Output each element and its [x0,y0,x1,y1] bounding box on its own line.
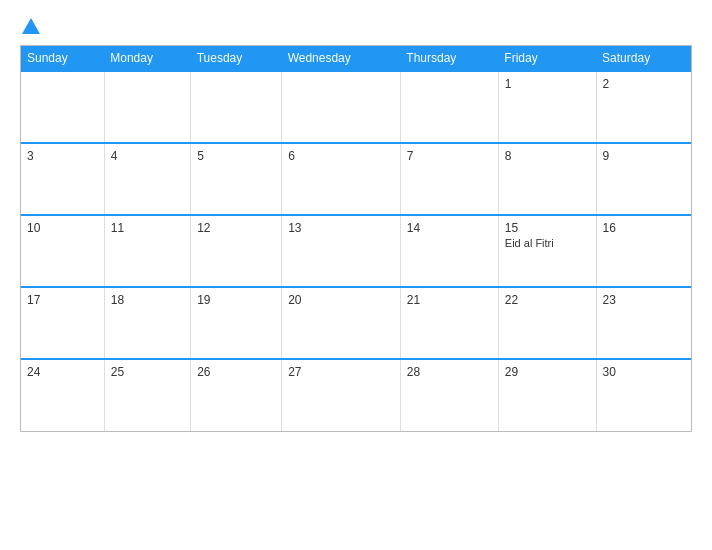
logo-triangle-icon [22,18,40,34]
day-cell [104,71,190,143]
day-cell: 13 [282,215,401,287]
day-number: 14 [407,221,492,235]
day-number: 17 [27,293,98,307]
day-number: 29 [505,365,590,379]
day-number: 9 [603,149,685,163]
day-cell: 18 [104,287,190,359]
day-cell [21,71,104,143]
day-number: 18 [111,293,184,307]
header-thursday: Thursday [400,46,498,71]
day-cell [282,71,401,143]
calendar-container: Sunday Monday Tuesday Wednesday Thursday… [20,45,692,432]
logo [20,18,40,35]
day-cell: 2 [596,71,691,143]
day-number: 13 [288,221,394,235]
day-cell: 6 [282,143,401,215]
day-number: 25 [111,365,184,379]
day-number: 2 [603,77,685,91]
day-cell: 30 [596,359,691,431]
days-header-row: Sunday Monday Tuesday Wednesday Thursday… [21,46,691,71]
week-row-3: 101112131415Eid al Fitri16 [21,215,691,287]
week-row-5: 24252627282930 [21,359,691,431]
day-number: 7 [407,149,492,163]
day-number: 1 [505,77,590,91]
day-cell: 29 [498,359,596,431]
day-cell: 19 [191,287,282,359]
day-cell: 17 [21,287,104,359]
week-row-2: 3456789 [21,143,691,215]
day-cell: 28 [400,359,498,431]
header-sunday: Sunday [21,46,104,71]
day-number: 10 [27,221,98,235]
day-number: 5 [197,149,275,163]
day-cell: 25 [104,359,190,431]
header-wednesday: Wednesday [282,46,401,71]
day-cell: 9 [596,143,691,215]
calendar-table: Sunday Monday Tuesday Wednesday Thursday… [21,46,691,431]
day-cell: 23 [596,287,691,359]
day-number: 6 [288,149,394,163]
calendar-page: Sunday Monday Tuesday Wednesday Thursday… [0,0,712,550]
holiday-label: Eid al Fitri [505,237,590,249]
day-number: 22 [505,293,590,307]
day-number: 15 [505,221,590,235]
day-number: 19 [197,293,275,307]
day-cell: 10 [21,215,104,287]
day-number: 21 [407,293,492,307]
day-cell: 22 [498,287,596,359]
day-number: 26 [197,365,275,379]
day-cell: 24 [21,359,104,431]
day-cell: 1 [498,71,596,143]
day-number: 24 [27,365,98,379]
day-cell: 8 [498,143,596,215]
day-cell: 26 [191,359,282,431]
day-cell: 12 [191,215,282,287]
day-cell: 7 [400,143,498,215]
header-friday: Friday [498,46,596,71]
day-cell: 21 [400,287,498,359]
day-number: 28 [407,365,492,379]
day-cell [191,71,282,143]
day-cell: 20 [282,287,401,359]
day-number: 30 [603,365,685,379]
header [20,18,692,35]
day-cell: 5 [191,143,282,215]
day-number: 16 [603,221,685,235]
day-number: 20 [288,293,394,307]
day-number: 27 [288,365,394,379]
day-cell: 3 [21,143,104,215]
day-cell: 14 [400,215,498,287]
day-cell [400,71,498,143]
day-number: 4 [111,149,184,163]
day-number: 12 [197,221,275,235]
day-cell: 4 [104,143,190,215]
day-cell: 27 [282,359,401,431]
week-row-1: 12 [21,71,691,143]
day-cell: 16 [596,215,691,287]
week-row-4: 17181920212223 [21,287,691,359]
header-tuesday: Tuesday [191,46,282,71]
header-monday: Monday [104,46,190,71]
day-number: 11 [111,221,184,235]
day-number: 8 [505,149,590,163]
day-number: 3 [27,149,98,163]
day-cell: 15Eid al Fitri [498,215,596,287]
day-cell: 11 [104,215,190,287]
day-number: 23 [603,293,685,307]
header-saturday: Saturday [596,46,691,71]
